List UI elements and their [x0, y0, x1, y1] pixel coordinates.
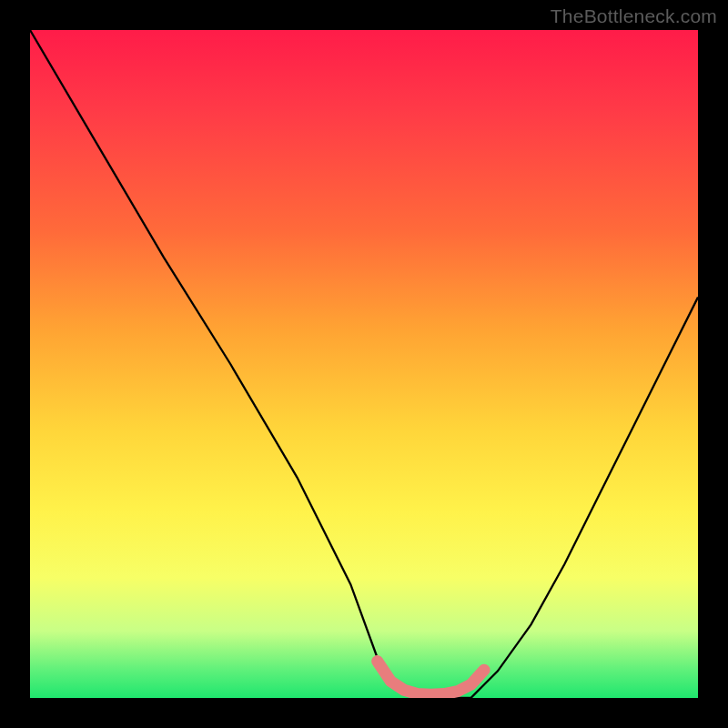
bottleneck-curve-path — [30, 30, 698, 698]
bottom-highlight-path — [378, 662, 484, 695]
watermark-text: TheBottleneck.com — [551, 5, 717, 27]
chart-frame: TheBottleneck.com — [0, 0, 728, 728]
chart-svg — [30, 30, 698, 698]
